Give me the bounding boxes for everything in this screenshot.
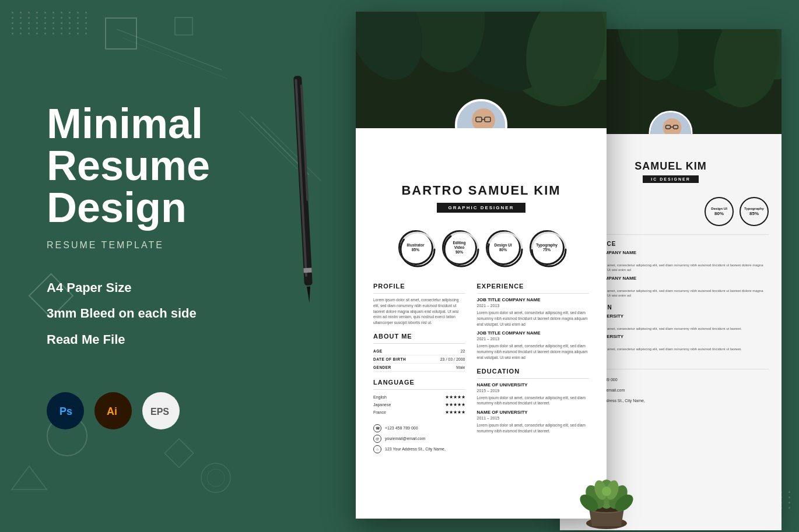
- svg-text:EPS: EPS: [150, 407, 169, 417]
- lang-name-1: English: [373, 395, 387, 399]
- plant-svg: [560, 439, 653, 532]
- gender-label: GENDER: [373, 365, 391, 369]
- lang-divider: [373, 389, 465, 390]
- exp-item-2: JOB TITLE COMPANY NAME 2021 – 2013 Lorem…: [477, 330, 590, 360]
- dob-label: DATE OF BIRTH: [373, 357, 406, 361]
- age-label: AGE: [373, 349, 383, 353]
- experience-section-title: EXPERIENCE: [477, 283, 590, 290]
- plant-decoration: [560, 439, 653, 532]
- svg-rect-22: [303, 267, 311, 273]
- resume-columns: PROFILE Lorem ipsum dolor sit amet, cons…: [373, 276, 589, 456]
- exp-dates-2: 2021 – 2013: [477, 337, 590, 341]
- eps-icon: EPS: [142, 392, 180, 429]
- gender-value: Male: [456, 365, 465, 369]
- about-gender-row: GENDER Male: [373, 364, 465, 372]
- education-section-title: EDUCATION: [477, 368, 590, 375]
- exp-dates-1: 2021 – 2013: [477, 304, 590, 308]
- skill-design-ui: Design UI80%: [486, 230, 521, 265]
- edu-school-2: NAME OF UNIVERSITY: [477, 410, 590, 415]
- photoshop-icon: Ps: [47, 392, 84, 429]
- lang-france: France ★★★★★: [373, 408, 465, 416]
- feature-item-3: Read Me File: [47, 332, 292, 348]
- profile-divider: [373, 293, 465, 294]
- skill-circle-bg-2: Typography 85%: [740, 197, 769, 226]
- skill-illustrator: Illustrator85%: [398, 230, 433, 265]
- resume-right-column: EXPERIENCE JOB TITLE COMPANY NAME 2021 –…: [477, 276, 590, 456]
- pen-decoration: [280, 70, 327, 315]
- resume-title-badge: GRAPHIC DESIGNER: [437, 203, 526, 213]
- about-section-title: ABOUT ME: [373, 333, 465, 340]
- skill-editing: EditingVideo90%: [442, 230, 477, 265]
- resume-name: BARTRO SAMUEL KIM: [373, 183, 589, 198]
- address-icon: ⌂: [373, 445, 381, 453]
- edu-divider: [477, 378, 590, 379]
- edu-text-2: Lorem ipsum dolor sit amet, consectetur …: [477, 422, 590, 434]
- resume-title-wrap: GRAPHIC DESIGNER: [373, 203, 589, 221]
- pen-svg: [280, 70, 327, 315]
- about-divider: [373, 343, 465, 344]
- edu-dates-2: 2011 – 2015: [477, 416, 590, 420]
- exp-job-title-2: JOB TITLE COMPANY NAME: [477, 330, 590, 336]
- features-list: A4 Paper Size 3mm Bleed on each side Rea…: [47, 280, 292, 358]
- software-icons: Ps Ai EPS: [47, 392, 292, 429]
- main-title: Minimal Resume Design: [47, 103, 292, 228]
- profile-text: Lorem ipsum dolor sit amet, consectetur …: [373, 297, 465, 326]
- edu-text-1: Lorem ipsum dolor sit amet, consectetur …: [477, 395, 590, 407]
- age-value: 22: [461, 349, 465, 353]
- exp-text-2: Lorem ipsum dolor sit amet, consectetur …: [477, 343, 590, 360]
- illustrator-icon: Ai: [94, 392, 132, 429]
- phone-icon: ☎: [373, 424, 381, 432]
- dob-value: 23 / 03 / 2000: [440, 357, 465, 361]
- contact-phone: +123 458 789 000: [385, 426, 418, 430]
- lang-stars-3: ★★★★★: [445, 410, 465, 415]
- skills-row: Illustrator85% EditingVideo90% Design UI…: [373, 230, 589, 265]
- lang-stars-1: ★★★★★: [445, 394, 465, 400]
- lang-name-2: Japanese: [373, 403, 391, 407]
- exp-item-1: JOB TITLE COMPANY NAME 2021 – 2013 Lorem…: [477, 297, 590, 327]
- left-panel: Minimal Resume Design RESUME TEMPLATE A4…: [0, 0, 327, 532]
- skill-typography: Typography75%: [530, 230, 565, 265]
- about-age-row: AGE 22: [373, 347, 465, 355]
- feature-item-2: 3mm Bleed on each side: [47, 305, 292, 322]
- svg-text:Ai: Ai: [107, 406, 117, 417]
- subtitle: RESUME TEMPLATE: [47, 240, 292, 251]
- lang-name-3: France: [373, 410, 386, 414]
- contact-phone-row: ☎ +123 458 789 000: [373, 424, 465, 432]
- resume-area: SAMUEL KIM IC DESIGNER Design UI 80% Typ…: [321, 0, 799, 532]
- edu-school-1: NAME OF UNIVERSITY: [477, 382, 590, 387]
- email-icon: @: [373, 435, 381, 443]
- skill-circle-bg-1: Design UI 80%: [705, 197, 734, 226]
- resume-body: BARTRO SAMUEL KIM GRAPHIC DESIGNER Illus…: [356, 128, 607, 467]
- resume-header: [356, 12, 607, 128]
- edu-item-2: NAME OF UNIVERSITY 2011 – 2015 Lorem ips…: [477, 410, 590, 434]
- exp-job-title-1: JOB TITLE COMPANY NAME: [477, 297, 590, 302]
- lang-japanese: Japanese ★★★★★: [373, 401, 465, 408]
- edu-dates-1: 2015 – 2019: [477, 389, 590, 393]
- resume-left-column: PROFILE Lorem ipsum dolor sit amet, cons…: [373, 276, 465, 456]
- exp-text-1: Lorem ipsum dolor sit amet, consectetur …: [477, 310, 590, 327]
- edu-item-1: NAME OF UNIVERSITY 2015 – 2019 Lorem ips…: [477, 382, 590, 407]
- about-dob-row: DATE OF BIRTH 23 / 03 / 2000: [373, 355, 465, 364]
- exp-divider: [477, 293, 590, 294]
- contact-email-row: @ youremail@email.com: [373, 435, 465, 443]
- contact-address-row: ⌂ 123 Your Address St., City Name,: [373, 445, 465, 453]
- language-section-title: LANGUAGE: [373, 379, 465, 386]
- svg-marker-23: [307, 287, 311, 303]
- svg-text:Ps: Ps: [59, 406, 72, 417]
- contact-address: 123 Your Address St., City Name,: [385, 447, 446, 451]
- lang-english: English ★★★★★: [373, 393, 465, 401]
- svg-point-69: [602, 487, 611, 496]
- resume-bg-title-badge: IC DESIGNER: [643, 175, 699, 183]
- profile-section-title: PROFILE: [373, 283, 465, 290]
- contact-email: youremail@email.com: [385, 436, 425, 441]
- feature-item-1: A4 Paper Size: [47, 280, 292, 297]
- lang-stars-2: ★★★★★: [445, 402, 465, 407]
